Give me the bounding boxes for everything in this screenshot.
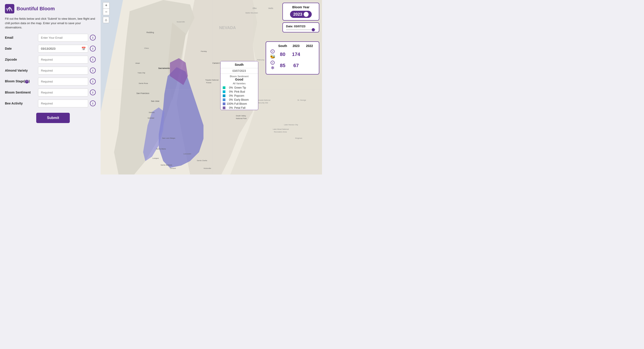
date-input[interactable] bbox=[38, 45, 88, 53]
stats-col-2023: 2023 bbox=[289, 44, 303, 48]
svg-text:Susanville: Susanville bbox=[177, 21, 185, 23]
zipcode-input[interactable] bbox=[38, 56, 88, 64]
bloom-sentiment-info-icon[interactable]: i bbox=[90, 90, 96, 95]
svg-text:Victorville: Victorville bbox=[204, 167, 211, 169]
bloom-stage-input-wrap bbox=[38, 78, 88, 86]
svg-text:Fernley: Fernley bbox=[201, 50, 207, 52]
svg-text:Chico: Chico bbox=[144, 47, 149, 49]
svg-text:Forest: Forest bbox=[206, 82, 211, 84]
svg-point-1 bbox=[6, 8, 8, 10]
almond-label: Almond Variety bbox=[5, 69, 36, 72]
popup-stage-row: 0% Pink Bud bbox=[220, 90, 258, 94]
zoom-in-button[interactable]: + bbox=[103, 3, 109, 9]
svg-text:Lake Mead National: Lake Mead National bbox=[273, 128, 289, 130]
date-slider-track bbox=[286, 29, 316, 30]
zipcode-info-icon[interactable]: i bbox=[90, 57, 96, 62]
date-card: Date: 03/07/23 bbox=[282, 22, 319, 33]
map-panel[interactable]: Redding Chico Ukiah Yuba City Sacramento… bbox=[100, 0, 322, 175]
snow-2023-value: 85 bbox=[276, 63, 289, 69]
snow-info-icon[interactable]: i bbox=[270, 61, 274, 65]
svg-text:Yuba City: Yuba City bbox=[138, 72, 145, 74]
svg-text:San Luis Obispo: San Luis Obispo bbox=[162, 137, 175, 139]
bloom-sentiment-input-wrap bbox=[38, 89, 88, 96]
popup-stage-row: 0% Petal Fall bbox=[220, 106, 258, 110]
popup-stage-row: 0% Early Bloom bbox=[220, 98, 258, 102]
date-slider-thumb[interactable] bbox=[312, 28, 315, 31]
email-row: Email i bbox=[5, 34, 96, 42]
year-toggle[interactable]: 2023 bbox=[290, 11, 312, 18]
zipcode-label: Zipcode bbox=[5, 58, 36, 61]
svg-text:Nevada National: Nevada National bbox=[257, 99, 270, 101]
submit-button[interactable]: Submit bbox=[36, 113, 70, 123]
svg-text:National Park: National Park bbox=[236, 117, 247, 120]
bloom-stage-label-text: Bloom Stage bbox=[5, 79, 24, 83]
svg-text:Santa Maria: Santa Maria bbox=[156, 148, 166, 150]
email-input-wrap bbox=[38, 34, 88, 42]
bee-activity-label: Bee Activity bbox=[5, 102, 36, 105]
date-info-icon[interactable]: i bbox=[90, 46, 96, 52]
bee-info-icon[interactable]: i bbox=[270, 50, 274, 54]
popup-sentiment-value: Good bbox=[220, 78, 258, 81]
email-input[interactable] bbox=[38, 34, 88, 42]
svg-text:Security Site: Security Site bbox=[258, 102, 268, 104]
date-row: Date 📅 i bbox=[5, 45, 96, 53]
zipcode-input-wrap bbox=[38, 56, 88, 64]
toggle-circle bbox=[304, 12, 308, 17]
snow-stats-row: i ❄ 85 67 bbox=[269, 61, 316, 71]
svg-text:Pahrump: Pahrump bbox=[257, 59, 264, 61]
zoom-controls: + − bbox=[103, 2, 110, 15]
bloom-sentiment-input[interactable] bbox=[38, 89, 88, 96]
logo-icon bbox=[5, 4, 14, 14]
bloom-stage-row: Bloom Stage(?) i bbox=[5, 78, 96, 86]
almond-row: Almond Variety i bbox=[5, 67, 96, 75]
almond-input-wrap bbox=[38, 67, 88, 75]
almond-info-icon[interactable]: i bbox=[90, 68, 96, 73]
date-card-title: Date: 03/07/23 bbox=[286, 25, 316, 28]
snow-icon-cell: i ❄ bbox=[269, 61, 276, 71]
left-panel: Bountiful Bloom Fill out the fields belo… bbox=[0, 0, 100, 175]
zoom-out-button[interactable]: − bbox=[103, 9, 109, 15]
svg-text:St. George: St. George bbox=[298, 99, 306, 101]
popup-stage-row: 0% Popcorn bbox=[220, 94, 258, 98]
stats-col-region: South bbox=[276, 44, 289, 48]
stats-col-2022: 2022 bbox=[303, 44, 316, 48]
snow-2022-value: 67 bbox=[289, 63, 303, 69]
svg-text:Ukiah: Ukiah bbox=[135, 62, 140, 64]
stats-card: South 2023 2022 i 🐝 80 174 i ❄ 85 67 bbox=[266, 41, 319, 75]
logo-text: Bountiful Bloom bbox=[16, 6, 55, 12]
bloom-stage-question[interactable]: ? bbox=[25, 80, 28, 84]
date-label: Date bbox=[5, 47, 36, 50]
svg-text:Santa Rosa: Santa Rosa bbox=[139, 82, 148, 84]
svg-text:Lompoc: Lompoc bbox=[152, 157, 159, 159]
svg-text:San Francisco: San Francisco bbox=[136, 92, 149, 94]
bee-activity-input[interactable] bbox=[38, 100, 88, 107]
bee-activity-input-wrap bbox=[38, 100, 88, 107]
bee-activity-row: Bee Activity i bbox=[5, 100, 96, 107]
popup-title: South bbox=[220, 61, 258, 68]
popup-stages: 0% Green Tip 0% Pink Bud 0% Popcorn 0% E… bbox=[220, 86, 258, 110]
svg-text:Toiyabe National: Toiyabe National bbox=[205, 79, 218, 81]
popup-stage-row: 100% Full Bloom bbox=[220, 102, 258, 106]
toggle-row: 2023 bbox=[286, 11, 316, 18]
svg-text:Recreation Area: Recreation Area bbox=[274, 131, 287, 133]
stats-header: South 2023 2022 bbox=[269, 44, 316, 48]
svg-text:Salinas: Salinas bbox=[149, 111, 154, 113]
home-button[interactable]: ⌂ bbox=[103, 17, 109, 23]
bloom-year-card: Bloom Year 2023 bbox=[282, 3, 319, 21]
almond-input[interactable] bbox=[38, 67, 88, 75]
svg-text:Kingman: Kingman bbox=[295, 137, 302, 139]
description-text: Fill out the fields below and click 'Sub… bbox=[5, 17, 96, 30]
svg-text:Elko: Elko bbox=[253, 7, 257, 10]
bloom-stage-input[interactable] bbox=[38, 78, 88, 86]
bloom-stage-info-icon[interactable]: i bbox=[90, 79, 96, 84]
map-popup: South 03/07/2023 Bloom Sentiment Good Al… bbox=[220, 61, 258, 110]
bee-2022-value: 174 bbox=[289, 52, 303, 57]
svg-text:Oxnard: Oxnard bbox=[170, 167, 176, 169]
popup-varieties: All Varieties bbox=[220, 82, 258, 85]
email-label: Email bbox=[5, 36, 36, 39]
bee-activity-info-icon[interactable]: i bbox=[90, 101, 96, 106]
snowflake-icon: ❄ bbox=[271, 65, 274, 71]
email-info-icon[interactable]: i bbox=[90, 35, 96, 41]
svg-text:Santa Clarita: Santa Clarita bbox=[197, 160, 207, 162]
bee-icon: 🐝 bbox=[270, 54, 276, 59]
